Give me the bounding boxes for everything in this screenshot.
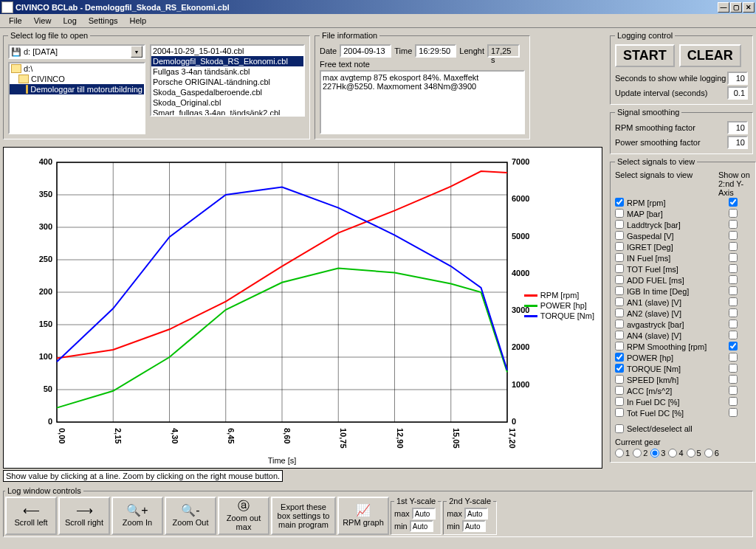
gear-option[interactable]: 2 xyxy=(633,449,647,458)
export-button[interactable]: Export these box settings to main progra… xyxy=(271,497,336,535)
maximize-button[interactable]: ▢ xyxy=(730,2,742,13)
y1-min-input[interactable] xyxy=(410,520,433,532)
gear-option[interactable]: 1 xyxy=(615,449,630,458)
file-item[interactable]: Skoda_Original.cbl xyxy=(151,97,303,108)
interval-input[interactable] xyxy=(727,86,748,100)
signal-view-checkbox[interactable] xyxy=(615,198,624,207)
rpm-smooth-input[interactable] xyxy=(727,121,748,134)
file-item[interactable]: Demologgfil_Skoda_RS_Ekonomi.cbl xyxy=(151,56,303,66)
signal-y2-checkbox[interactable] xyxy=(729,364,738,373)
signal-view-checkbox[interactable] xyxy=(615,275,624,284)
file-item[interactable]: Fullgas 3-4an tändsänk.cbl xyxy=(151,66,303,77)
zoom-max-icon: ⓐ xyxy=(238,500,250,512)
signal-view-checkbox[interactable] xyxy=(615,209,624,218)
power-smooth-input[interactable] xyxy=(727,136,748,149)
signal-y2-checkbox[interactable] xyxy=(729,253,738,262)
gear-radio[interactable] xyxy=(650,449,659,458)
folder-item[interactable]: CIVINCO xyxy=(10,74,144,84)
signal-view-checkbox[interactable] xyxy=(615,397,624,406)
date-field[interactable]: 2004-09-13 xyxy=(340,44,391,58)
zoom-in-button[interactable]: 🔍+Zoom In xyxy=(111,497,163,535)
start-button[interactable]: START xyxy=(615,44,675,67)
signal-y2-checkbox[interactable] xyxy=(729,209,738,218)
seconds-input[interactable] xyxy=(727,72,748,85)
gear-radio[interactable] xyxy=(687,449,695,458)
signal-y2-checkbox[interactable] xyxy=(729,353,738,362)
note-field[interactable]: max avgtemp 875 ekosport 84%. Maxeffekt … xyxy=(320,70,525,134)
signal-view-checkbox[interactable] xyxy=(615,297,624,306)
signal-view-checkbox[interactable] xyxy=(615,253,624,262)
signal-view-checkbox[interactable] xyxy=(615,342,624,351)
select-all-checkbox[interactable] xyxy=(615,424,624,433)
rpm-graph-button[interactable]: 📈RPM graph xyxy=(337,497,389,535)
signal-view-checkbox[interactable] xyxy=(615,320,624,328)
signal-y2-checkbox[interactable] xyxy=(729,264,738,273)
signal-y2-checkbox[interactable] xyxy=(729,275,738,284)
drive-icon: 💾 xyxy=(11,47,21,57)
menu-view[interactable]: View xyxy=(28,15,58,27)
signal-view-checkbox[interactable] xyxy=(615,408,624,417)
chevron-down-icon[interactable]: ▼ xyxy=(131,46,142,58)
signal-view-checkbox[interactable] xyxy=(615,264,624,273)
menu-help[interactable]: Help xyxy=(124,15,153,27)
minimize-button[interactable]: — xyxy=(718,2,729,13)
y2-max-input[interactable] xyxy=(464,508,488,519)
signal-view-checkbox[interactable] xyxy=(615,386,624,395)
signal-y2-checkbox[interactable] xyxy=(729,220,738,229)
gear-option[interactable]: 3 xyxy=(650,449,665,458)
gear-radio[interactable] xyxy=(668,449,677,458)
folder-item[interactable]: d:\ xyxy=(10,63,144,74)
signal-view-checkbox[interactable] xyxy=(615,375,624,384)
menu-log[interactable]: Log xyxy=(57,15,82,27)
folder-list[interactable]: d:\CIVINCODemologgar till motorutbildnin… xyxy=(8,62,145,134)
signal-y2-checkbox[interactable] xyxy=(729,286,738,295)
signal-view-checkbox[interactable] xyxy=(615,220,624,229)
gear-radio[interactable] xyxy=(633,449,642,458)
signal-y2-checkbox[interactable] xyxy=(729,231,738,240)
gear-option[interactable]: 5 xyxy=(687,449,701,458)
y1-max-input[interactable] xyxy=(412,508,436,519)
chart[interactable]: 0501001502002503003504000100020003000400… xyxy=(3,147,602,469)
signal-view-checkbox[interactable] xyxy=(615,308,624,317)
file-item[interactable]: Smart_fullgas 3-4an_tändsänk2.cbl xyxy=(151,108,303,117)
signal-y2-checkbox[interactable] xyxy=(729,242,738,251)
signal-y2-checkbox[interactable] xyxy=(729,342,738,351)
signal-y2-checkbox[interactable] xyxy=(729,408,738,417)
signal-y2-checkbox[interactable] xyxy=(729,198,738,207)
y2-min-input[interactable] xyxy=(462,520,486,532)
signal-y2-checkbox[interactable] xyxy=(729,397,738,406)
menu-file[interactable]: File xyxy=(3,15,28,27)
menu-settings[interactable]: Settings xyxy=(83,15,124,27)
file-item[interactable]: Porsche ORIGINAL-tändning.cbl xyxy=(151,77,303,87)
signal-view-checkbox[interactable] xyxy=(615,242,624,251)
file-item[interactable]: 2004-10-29_15-01-40.cbl xyxy=(151,46,303,56)
signal-view-checkbox[interactable] xyxy=(615,331,624,339)
signal-y2-checkbox[interactable] xyxy=(729,308,738,317)
zoom-out-button[interactable]: 🔍-Zoom Out xyxy=(165,497,216,535)
signal-view-checkbox[interactable] xyxy=(615,286,624,295)
legend-label: TORQUE [Nm] xyxy=(540,311,594,320)
close-button[interactable]: ✕ xyxy=(743,2,755,13)
zoom-out-max-button[interactable]: ⓐZoom out max xyxy=(218,497,269,535)
folder-item[interactable]: Demologgar till motorutbildning xyxy=(10,84,144,94)
signal-y2-checkbox[interactable] xyxy=(729,320,738,328)
drive-select[interactable]: 💾 d: [DATA] ▼ xyxy=(8,44,145,59)
signal-y2-checkbox[interactable] xyxy=(729,331,738,339)
clear-button[interactable]: CLEAR xyxy=(679,44,741,67)
signal-view-checkbox[interactable] xyxy=(615,353,624,362)
file-item[interactable]: Skoda_Gaspedalberoende.cbl xyxy=(151,87,303,97)
signal-y2-checkbox[interactable] xyxy=(729,386,738,395)
time-field[interactable]: 16:29:50 xyxy=(415,44,456,58)
svg-text:300: 300 xyxy=(39,222,52,231)
scroll-left-button[interactable]: ⟵Scroll left xyxy=(5,497,57,535)
signal-view-checkbox[interactable] xyxy=(615,231,624,240)
signal-view-checkbox[interactable] xyxy=(615,364,624,373)
gear-radio[interactable] xyxy=(615,449,624,458)
signal-y2-checkbox[interactable] xyxy=(729,297,738,306)
scroll-right-button[interactable]: ⟶Scroll right xyxy=(58,497,110,535)
signal-y2-checkbox[interactable] xyxy=(729,375,738,384)
gear-option[interactable]: 6 xyxy=(704,449,719,458)
gear-option[interactable]: 4 xyxy=(668,449,683,458)
gear-radio[interactable] xyxy=(704,449,713,458)
file-list[interactable]: 2004-10-29_15-01-40.cblDemologgfil_Skoda… xyxy=(150,44,305,117)
